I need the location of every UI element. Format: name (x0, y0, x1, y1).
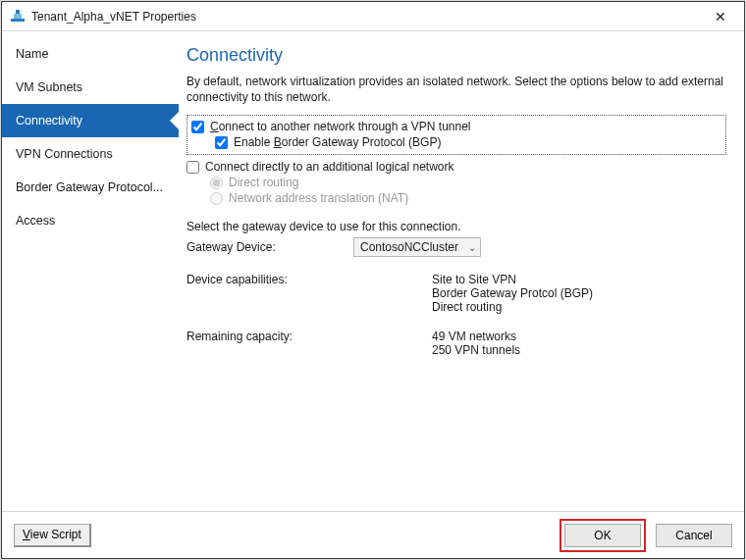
vpn-tunnel-checkbox[interactable]: Connect to another network through a VPN… (191, 119, 721, 134)
content-pane: Connectivity By default, network virtual… (179, 31, 744, 511)
vpn-tunnel-label: Connect to another network through a VPN… (210, 120, 471, 133)
page-title: Connectivity (186, 45, 726, 66)
chevron-down-icon: ⌄ (468, 242, 476, 253)
sidebar-item-vpn-connections[interactable]: VPN Connections (2, 137, 179, 171)
svg-rect-0 (11, 19, 25, 22)
device-capabilities-value: Site to Site VPN Border Gateway Protcol … (432, 273, 593, 314)
cancel-button[interactable]: Cancel (656, 524, 732, 547)
sidebar-item-name[interactable]: Name (2, 37, 179, 71)
enable-bgp-checkbox[interactable]: Enable Border Gateway Protocol (BGP) (215, 134, 721, 150)
svg-rect-1 (14, 14, 22, 19)
sidebar-item-access[interactable]: Access (2, 204, 179, 237)
gateway-device-label: Gateway Device: (186, 240, 353, 254)
device-capabilities-label: Device capabilities: (186, 273, 432, 314)
ok-button[interactable]: OK (564, 524, 641, 547)
window-title: Tenant_Alpha_vNET Properties (31, 10, 701, 24)
sidebar-item-connectivity[interactable]: Connectivity (2, 104, 179, 137)
nat-label: Network address translation (NAT) (229, 191, 408, 205)
footer: View Script OK Cancel (2, 511, 744, 558)
remaining-capacity-row: Remaining capacity: 49 VM networks 250 V… (186, 330, 726, 357)
properties-dialog: Tenant_Alpha_vNET Properties ✕ Name VM S… (1, 1, 745, 559)
gateway-instruction: Select the gateway device to use for thi… (186, 220, 726, 233)
dialog-body: Name VM Subnets Connectivity VPN Connect… (2, 31, 744, 511)
view-script-button[interactable]: View Script (14, 524, 91, 547)
page-description: By default, network virtualization provi… (186, 74, 726, 105)
enable-bgp-label: Enable Border Gateway Protocol (BGP) (234, 135, 441, 149)
connect-direct-label: Connect directly to an additional logica… (205, 160, 453, 174)
close-button[interactable]: ✕ (701, 3, 740, 30)
direct-routing-radio-input (210, 177, 223, 189)
sidebar-item-bgp[interactable]: Border Gateway Protocol... (2, 171, 179, 204)
direct-routing-label: Direct routing (229, 176, 298, 189)
gateway-device-value: ContosoNCCluster (360, 240, 458, 254)
nat-radio: Network address translation (NAT) (210, 190, 726, 206)
sidebar: Name VM Subnets Connectivity VPN Connect… (2, 31, 179, 511)
gateway-device-select[interactable]: ContosoNCCluster ⌄ (353, 237, 481, 257)
remaining-capacity-label: Remaining capacity: (186, 330, 432, 357)
ok-button-highlight: OK (560, 519, 646, 552)
direct-routing-radio: Direct routing (210, 175, 726, 190)
vpn-tunnel-checkbox-input[interactable] (191, 121, 204, 133)
enable-bgp-checkbox-input[interactable] (215, 136, 228, 149)
svg-rect-2 (16, 10, 20, 14)
nat-radio-input (210, 192, 223, 205)
gateway-device-row: Gateway Device: ContosoNCCluster ⌄ (186, 237, 726, 257)
sidebar-item-vm-subnets[interactable]: VM Subnets (2, 71, 179, 104)
titlebar: Tenant_Alpha_vNET Properties ✕ (2, 2, 744, 31)
remaining-capacity-value: 49 VM networks 250 VPN tunnels (432, 330, 520, 357)
app-icon (10, 9, 26, 25)
vpn-group: Connect to another network through a VPN… (186, 115, 726, 155)
device-capabilities-row: Device capabilities: Site to Site VPN Bo… (186, 273, 726, 314)
connect-direct-checkbox[interactable]: Connect directly to an additional logica… (186, 159, 726, 175)
connect-direct-checkbox-input[interactable] (186, 161, 199, 174)
